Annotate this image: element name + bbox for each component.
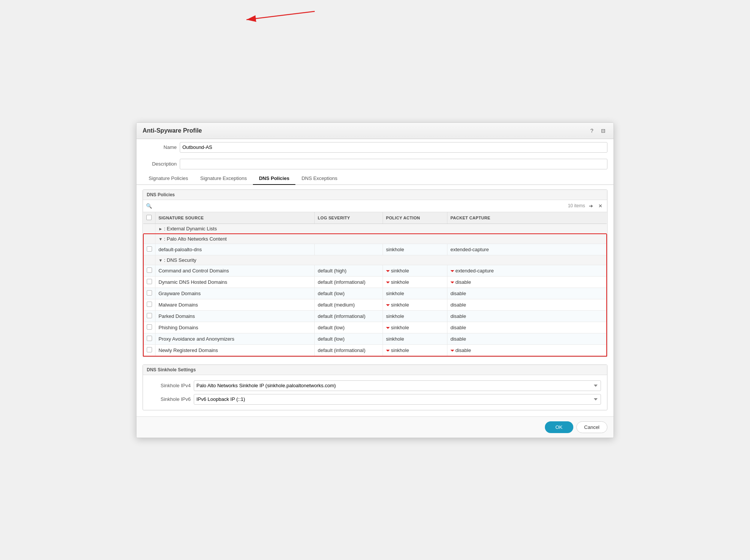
row-log-severity: default (low) (315, 333, 383, 344)
table-row: Dynamic DNS Hosted Domains default (info… (143, 276, 607, 288)
group-label-dns-security: : DNS Security (164, 257, 196, 263)
dialog-header: Anti-Spyware Profile ? ⊟ (137, 123, 613, 139)
table-row: Newly Registered Domains default (inform… (143, 344, 607, 356)
row-name: Parked Domains (155, 310, 315, 322)
row-packet-capture: disable (447, 310, 607, 322)
dialog-title: Anti-Spyware Profile (143, 127, 202, 134)
group-row-external-dynamic-lists: ► : External Dynamic Lists (143, 224, 607, 234)
row-checkbox[interactable] (147, 279, 152, 284)
row-signature-source: default-paloalto-dns (155, 244, 315, 255)
dns-policies-section: DNS Policies 🔍 10 items ➔ ✕ SIGNATURE SO… (143, 189, 607, 357)
spacer (137, 358, 613, 364)
name-label: Name (143, 144, 177, 150)
tab-signature-policies[interactable]: Signature Policies (143, 172, 194, 185)
row-checkbox[interactable] (147, 324, 152, 330)
cancel-button[interactable]: Cancel (576, 421, 607, 433)
tabs-container: Signature Policies Signature Exceptions … (137, 172, 613, 185)
sinkhole-ipv4-row: Sinkhole IPv4 Palo Alto Networks Sinkhol… (149, 379, 601, 393)
header-icons: ? ⊟ (588, 127, 607, 135)
row-policy-action: sinkhole (383, 276, 447, 288)
search-clear-btn[interactable]: ✕ (597, 202, 604, 210)
help-icon[interactable]: ? (588, 127, 596, 135)
row-policy-action: sinkhole (383, 288, 447, 299)
dialog-footer: OK Cancel (137, 416, 613, 438)
sinkhole-ipv6-label: Sinkhole IPv6 (149, 396, 191, 402)
table-row: Command and Control Domains default (hig… (143, 265, 607, 276)
col-header-policy-action: POLICY ACTION (383, 212, 447, 224)
group-row-dns-security: ▼ : DNS Security (143, 255, 607, 265)
ok-button[interactable]: OK (545, 421, 573, 433)
name-input[interactable] (180, 142, 607, 153)
row-name: Command and Control Domains (155, 265, 315, 276)
row-packet-capture: disable (447, 333, 607, 344)
row-packet-capture: disable (447, 288, 607, 299)
row-policy-action: sinkhole (383, 310, 447, 322)
tab-signature-exceptions[interactable]: Signature Exceptions (194, 172, 253, 185)
sinkhole-ipv6-select[interactable]: IPv6 Loopback IP (::1) (194, 394, 601, 405)
row-name: Malware Domains (155, 299, 315, 310)
col-header-signature-source: SIGNATURE SOURCE (155, 212, 315, 224)
row-log-severity: default (informational) (315, 276, 383, 288)
sinkhole-title: DNS Sinkhole Settings (143, 365, 607, 375)
table-row: Malware Domains default (medium) sinkhol… (143, 299, 607, 310)
row-policy-action: sinkhole (383, 244, 447, 255)
description-label: Description (143, 161, 177, 167)
row-checkbox[interactable] (147, 347, 152, 352)
anti-spyware-dialog: Anti-Spyware Profile ? ⊟ Name Descriptio… (136, 122, 614, 438)
row-checkbox[interactable] (147, 336, 152, 341)
sinkhole-section: DNS Sinkhole Settings Sinkhole IPv4 Palo… (143, 364, 607, 410)
select-all-checkbox[interactable] (146, 215, 152, 220)
name-row: Name (137, 139, 613, 156)
row-checkbox[interactable] (147, 313, 152, 318)
group-label-palo-alto: : Palo Alto Networks Content (164, 236, 227, 242)
row-log-severity: default (informational) (315, 344, 383, 356)
sinkhole-ipv4-select[interactable]: Palo Alto Networks Sinkhole IP (sinkhole… (194, 380, 601, 391)
row-log-severity: default (medium) (315, 299, 383, 310)
row-checkbox[interactable] (147, 246, 152, 252)
group-row-palo-alto: ▼ : Palo Alto Networks Content (143, 234, 607, 244)
sinkhole-ipv4-label: Sinkhole IPv4 (149, 383, 191, 388)
search-bar: 🔍 10 items ➔ ✕ (143, 200, 607, 212)
table-row: default-paloalto-dns sinkhole extended-c… (143, 244, 607, 255)
expander-palo-alto[interactable]: ▼ (158, 237, 163, 241)
row-checkbox[interactable] (147, 302, 152, 307)
dns-policies-title: DNS Policies (143, 190, 607, 200)
tab-dns-exceptions[interactable]: DNS Exceptions (295, 172, 344, 185)
description-input[interactable] (180, 159, 607, 169)
col-header-check (143, 212, 155, 224)
dns-policies-table: SIGNATURE SOURCE LOG SEVERITY POLICY ACT… (143, 212, 607, 357)
row-log-severity: default (informational) (315, 310, 383, 322)
row-name: Dynamic DNS Hosted Domains (155, 276, 315, 288)
table-row: Phishing Domains default (low) sinkhole … (143, 322, 607, 333)
row-name: Newly Registered Domains (155, 344, 315, 356)
table-row: Parked Domains default (informational) s… (143, 310, 607, 322)
row-packet-capture: disable (447, 299, 607, 310)
table-row: Proxy Avoidance and Anonymizers default … (143, 333, 607, 344)
row-name: Proxy Avoidance and Anonymizers (155, 333, 315, 344)
row-name: Phishing Domains (155, 322, 315, 333)
group-label-external-dynamic-lists: : External Dynamic Lists (164, 226, 217, 232)
col-header-packet-capture: PACKET CAPTURE (447, 212, 607, 224)
col-header-log-severity: LOG SEVERITY (315, 212, 383, 224)
row-checkbox[interactable] (147, 290, 152, 296)
row-checkbox[interactable] (147, 267, 152, 273)
row-log-severity (315, 244, 383, 255)
row-policy-action: sinkhole (383, 265, 447, 276)
search-input[interactable] (154, 203, 566, 209)
search-next-btn[interactable]: ➔ (587, 202, 595, 210)
tab-dns-policies[interactable]: DNS Policies (253, 172, 295, 185)
row-packet-capture: disable (447, 344, 607, 356)
items-count: 10 items (568, 203, 585, 208)
row-packet-capture: extended-capture (447, 265, 607, 276)
expander-dns-security[interactable]: ▼ (158, 258, 163, 263)
sinkhole-form: Sinkhole IPv4 Palo Alto Networks Sinkhol… (143, 375, 607, 410)
search-icon: 🔍 (146, 203, 152, 209)
row-log-severity: default (low) (315, 322, 383, 333)
row-packet-capture: disable (447, 322, 607, 333)
expander-external-dynamic-lists[interactable]: ► (158, 227, 163, 231)
row-packet-capture: extended-capture (447, 244, 607, 255)
row-policy-action: sinkhole (383, 333, 447, 344)
window-icon[interactable]: ⊟ (599, 127, 607, 135)
row-packet-capture: disable (447, 276, 607, 288)
row-log-severity: default (low) (315, 288, 383, 299)
